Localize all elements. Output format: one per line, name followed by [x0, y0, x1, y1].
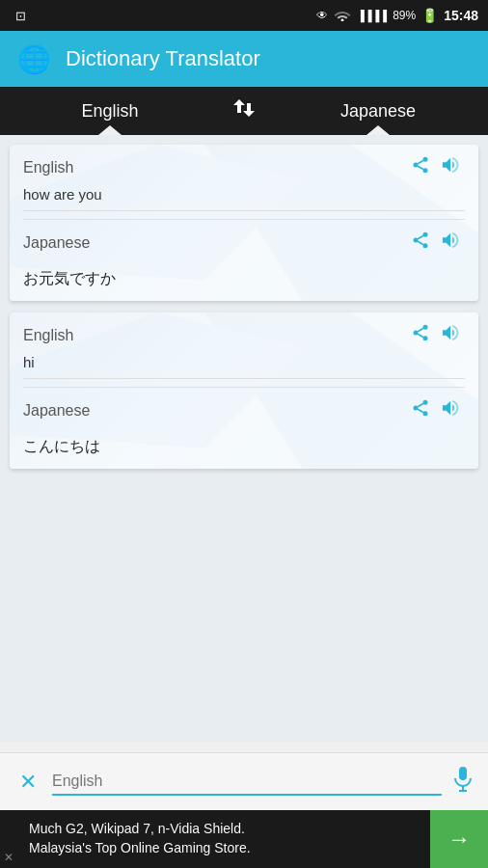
svg-line-10 — [418, 241, 423, 244]
translation-card-2: English — [10, 312, 478, 469]
card2-source-lang: English — [23, 327, 73, 344]
svg-point-8 — [414, 238, 419, 243]
clear-input-button[interactable]: ✕ — [14, 770, 42, 795]
ad-text-container[interactable]: Much G2, Wikipad 7, n-Vidia Shield.Malay… — [14, 820, 430, 857]
screenshot-icon: ⊡ — [15, 9, 26, 23]
battery-icon: 🔋 — [421, 8, 438, 23]
svg-line-22 — [418, 409, 423, 412]
share-icon-4[interactable] — [411, 398, 430, 422]
card-source-header: English — [23, 154, 465, 180]
svg-point-20 — [414, 406, 419, 411]
ad-text: Much G2, Wikipad 7, n-Vidia Shield.Malay… — [29, 821, 251, 855]
status-bar-left-icons: ⊡ — [15, 7, 26, 24]
card2-target-section: Japanese — [10, 388, 478, 469]
ad-cta-button[interactable]: → — [430, 810, 488, 868]
status-bar: ⊡ 👁 ▐▐▐▐ 89% 🔋 15:48 — [0, 0, 488, 31]
main-content: English — [0, 135, 488, 743]
svg-point-3 — [414, 163, 419, 168]
card-source-section: English — [10, 145, 478, 219]
card-target-icons — [411, 230, 465, 256]
translation-input[interactable] — [52, 769, 442, 796]
battery-percent: 89% — [393, 9, 416, 22]
card2-source-icons — [411, 322, 465, 348]
status-time: 15:48 — [444, 8, 478, 23]
svg-line-23 — [418, 403, 423, 406]
card-source-icons — [411, 154, 465, 180]
card2-target-header: Japanese — [23, 397, 465, 423]
bottom-input-area: ✕ — [0, 752, 488, 810]
svg-line-6 — [418, 160, 423, 163]
speaker-icon-3[interactable] — [440, 322, 465, 348]
share-icon[interactable] — [411, 155, 430, 179]
card-target-text: お元気ですか — [23, 261, 465, 293]
target-language-label: Japanese — [340, 101, 416, 122]
source-language-tab[interactable]: English — [0, 87, 220, 135]
card2-target-lang: Japanese — [23, 402, 90, 420]
target-tab-arrow — [366, 125, 390, 135]
card-source-lang: English — [23, 159, 73, 176]
svg-point-9 — [423, 243, 428, 248]
svg-point-7 — [423, 232, 428, 237]
swap-button[interactable] — [220, 97, 268, 124]
speaker-icon[interactable] — [440, 154, 465, 180]
svg-point-21 — [423, 411, 428, 416]
svg-line-18 — [418, 328, 423, 331]
svg-point-4 — [423, 168, 428, 173]
card2-target-text: こんにちは — [23, 429, 465, 461]
svg-line-11 — [418, 235, 423, 238]
app-logo: 🌐 — [15, 41, 52, 77]
svg-rect-24 — [459, 767, 467, 780]
swap-icon — [231, 97, 257, 124]
ad-arrow-icon: → — [447, 826, 471, 853]
svg-line-17 — [418, 334, 423, 337]
app-title: Dictionary Translator — [66, 46, 260, 71]
share-icon-2[interactable] — [411, 231, 430, 255]
card2-target-icons — [411, 397, 465, 423]
status-eye-icon: 👁 — [316, 9, 328, 22]
svg-point-15 — [414, 331, 419, 336]
card2-source-text: hi — [23, 354, 465, 379]
card-target-header: Japanese — [23, 230, 465, 256]
mic-button[interactable] — [451, 766, 474, 799]
ad-close-button[interactable]: ✕ — [4, 851, 14, 864]
language-tabs: English Japanese — [0, 87, 488, 135]
speaker-icon-2[interactable] — [440, 230, 465, 256]
app-bar: 🌐 Dictionary Translator — [0, 31, 488, 87]
wifi-icon — [334, 8, 351, 24]
logo-emoji: 🌐 — [17, 43, 51, 75]
share-icon-3[interactable] — [411, 323, 430, 347]
svg-line-5 — [418, 166, 423, 169]
svg-point-16 — [423, 336, 428, 340]
signal-icon: ▐▐▐▐ — [357, 10, 387, 21]
svg-point-19 — [423, 400, 428, 405]
svg-point-2 — [423, 157, 428, 162]
target-language-tab[interactable]: Japanese — [268, 87, 488, 135]
source-language-label: English — [81, 101, 138, 122]
translation-card: English — [10, 145, 478, 301]
svg-point-14 — [423, 325, 428, 330]
card-target-lang: Japanese — [23, 234, 90, 252]
card-source-text: how are you — [23, 186, 465, 211]
card2-source-header: English — [23, 322, 465, 348]
card2-source-section: English — [10, 312, 478, 387]
speaker-icon-4[interactable] — [440, 397, 465, 423]
ad-banner: ✕ Much G2, Wikipad 7, n-Vidia Shield.Mal… — [0, 810, 488, 868]
card-target-section: Japanese — [10, 220, 478, 301]
source-tab-arrow — [98, 125, 122, 135]
